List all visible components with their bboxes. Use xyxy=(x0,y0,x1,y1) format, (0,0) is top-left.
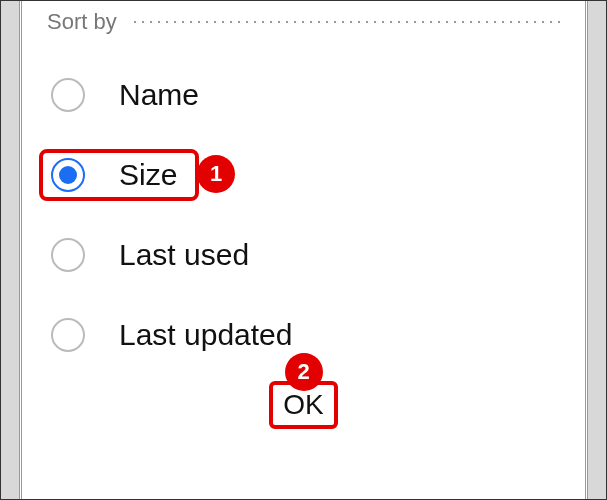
sort-option-size[interactable]: Size 1 xyxy=(51,135,560,215)
dialog-edge-right xyxy=(585,1,588,499)
dialog-footer: 2 OK xyxy=(47,381,560,429)
sort-dialog: Sort by Name Size 1 Last used Last updat… xyxy=(23,1,584,499)
option-label: Size xyxy=(119,158,177,192)
dialog-header: Sort by xyxy=(47,9,560,35)
screen-edge-right xyxy=(588,1,606,499)
option-label: Last updated xyxy=(119,318,292,352)
sort-option-name[interactable]: Name xyxy=(51,55,560,135)
radio-unchecked-icon xyxy=(51,318,85,352)
annotation-step-1: 1 xyxy=(197,155,235,193)
option-label: Last used xyxy=(119,238,249,272)
sort-by-label: Sort by xyxy=(47,9,131,35)
radio-unchecked-icon xyxy=(51,238,85,272)
radio-unchecked-icon xyxy=(51,78,85,112)
dialog-edge-left xyxy=(19,1,22,499)
ok-button[interactable]: OK xyxy=(269,381,337,429)
sort-options: Name Size 1 Last used Last updated xyxy=(47,55,560,375)
sort-option-last-used[interactable]: Last used xyxy=(51,215,560,295)
radio-checked-icon xyxy=(51,158,85,192)
option-label: Name xyxy=(119,78,199,112)
sort-option-last-updated[interactable]: Last updated xyxy=(51,295,560,375)
screen-edge-left xyxy=(1,1,19,499)
header-divider xyxy=(131,21,560,23)
